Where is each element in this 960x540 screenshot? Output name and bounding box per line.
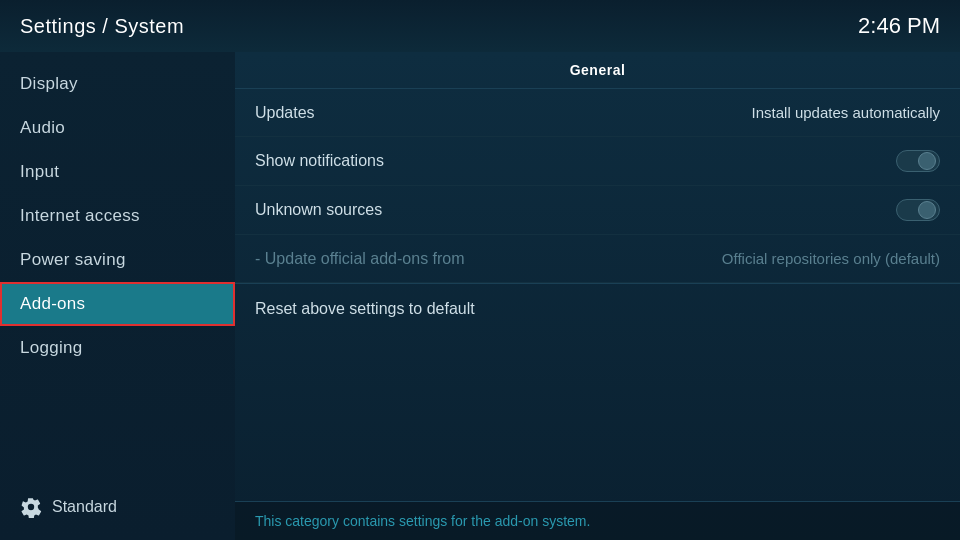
sidebar-item-audio[interactable]: Audio — [0, 106, 235, 150]
setting-row-updates[interactable]: Updates Install updates automatically — [235, 89, 960, 137]
gear-icon — [20, 496, 42, 518]
sidebar-item-display[interactable]: Display — [0, 62, 235, 106]
content-footer: This category contains settings for the … — [235, 501, 960, 540]
main-layout: Display Audio Input Internet access Powe… — [0, 52, 960, 540]
section-header: General — [235, 52, 960, 89]
sidebar-footer: Standard — [0, 484, 235, 530]
clock: 2:46 PM — [858, 13, 940, 39]
setting-label-unknown-sources: Unknown sources — [255, 201, 382, 219]
sidebar-item-input[interactable]: Input — [0, 150, 235, 194]
content-inner: General Updates Install updates automati… — [235, 52, 960, 501]
sidebar-item-power-saving[interactable]: Power saving — [0, 238, 235, 282]
header: Settings / System 2:46 PM — [0, 0, 960, 52]
setting-row-update-official-addons: - Update official add-ons from Official … — [235, 235, 960, 283]
setting-label-show-notifications: Show notifications — [255, 152, 384, 170]
sidebar-item-logging[interactable]: Logging — [0, 326, 235, 370]
setting-row-show-notifications[interactable]: Show notifications — [235, 137, 960, 186]
content-area: General Updates Install updates automati… — [235, 52, 960, 540]
toggle-show-notifications[interactable] — [896, 150, 940, 172]
sidebar-item-internet-access[interactable]: Internet access — [0, 194, 235, 238]
sidebar-footer-label: Standard — [52, 498, 117, 516]
settings-list: Updates Install updates automatically Sh… — [235, 89, 960, 283]
setting-value-update-official-addons: Official repositories only (default) — [722, 250, 940, 267]
content-footer-text: This category contains settings for the … — [255, 513, 590, 529]
setting-row-unknown-sources[interactable]: Unknown sources — [235, 186, 960, 235]
setting-label-update-official-addons: - Update official add-ons from — [255, 250, 465, 268]
sidebar: Display Audio Input Internet access Powe… — [0, 52, 235, 540]
sidebar-item-add-ons[interactable]: Add-ons — [0, 282, 235, 326]
page-title: Settings / System — [20, 15, 184, 38]
setting-label-updates: Updates — [255, 104, 315, 122]
reset-settings-button[interactable]: Reset above settings to default — [235, 284, 960, 334]
toggle-unknown-sources[interactable] — [896, 199, 940, 221]
setting-value-updates: Install updates automatically — [752, 104, 940, 121]
app-container: Settings / System 2:46 PM Display Audio … — [0, 0, 960, 540]
